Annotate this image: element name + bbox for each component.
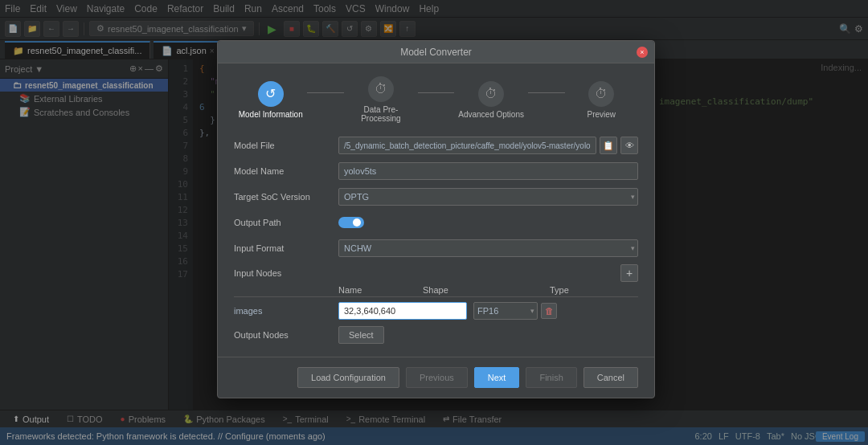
input-format-wrapper: NCHW NHWC ▾ bbox=[338, 239, 638, 257]
node-name-images: images bbox=[234, 306, 338, 316]
input-nodes-section: Input Nodes + Name Shape Type images FP1… bbox=[234, 264, 638, 320]
dialog-close-button[interactable]: × bbox=[637, 47, 648, 58]
input-nodes-label: Input Nodes bbox=[234, 268, 338, 278]
cancel-button[interactable]: Cancel bbox=[583, 367, 638, 388]
step-preprocessing[interactable]: ⏱ Data Pre-Processing bbox=[344, 76, 417, 123]
step4-icon: ⏱ bbox=[588, 81, 614, 107]
node-type-select[interactable]: FP16 FP32 INT8 UINT8 bbox=[473, 302, 538, 320]
model-name-row: Model Name bbox=[234, 161, 638, 181]
input-format-row: Input Format NCHW NHWC ▾ bbox=[234, 239, 638, 258]
target-soc-select[interactable]: OPTG 310 910 bbox=[338, 188, 638, 206]
select-output-button[interactable]: Select bbox=[338, 326, 384, 344]
step-model-info[interactable]: ↺ Model Information bbox=[234, 81, 307, 119]
step-connector1 bbox=[307, 92, 344, 93]
model-file-label: Model File bbox=[234, 141, 338, 150]
input-nodes-header: Input Nodes + bbox=[234, 264, 638, 282]
node-shape-input[interactable] bbox=[338, 302, 467, 320]
step1-label: Model Information bbox=[239, 110, 303, 119]
model-file-eye[interactable]: 👁 bbox=[620, 137, 638, 154]
output-path-label: Output Path bbox=[234, 218, 338, 227]
dialog-footer: Load Configuration Previous Next Finish … bbox=[218, 357, 654, 398]
step3-label: Advanced Options bbox=[458, 110, 524, 119]
model-file-field-group: 📋 👁 bbox=[338, 137, 638, 154]
target-soc-wrapper: OPTG 310 910 ▾ bbox=[338, 188, 638, 206]
model-name-input[interactable] bbox=[338, 162, 638, 180]
target-soc-label: Target SoC Version bbox=[234, 192, 338, 202]
step3-icon: ⏱ bbox=[478, 81, 504, 107]
model-converter-dialog: Model Converter × ↺ Model Information ⏱ … bbox=[217, 40, 655, 398]
output-nodes-row: Output Nodes Select bbox=[234, 326, 638, 344]
col-shape-header: Shape bbox=[423, 285, 550, 295]
input-format-label: Input Format bbox=[234, 243, 338, 253]
nodes-table-header: Name Shape Type bbox=[234, 285, 638, 297]
step4-label: Preview bbox=[588, 110, 616, 119]
wizard-steps: ↺ Model Information ⏱ Data Pre-Processin… bbox=[218, 63, 654, 129]
previous-button[interactable]: Previous bbox=[406, 367, 468, 388]
output-path-toggle[interactable] bbox=[338, 217, 364, 228]
dialog-title: Model Converter bbox=[400, 47, 472, 58]
step-advanced[interactable]: ⏱ Advanced Options bbox=[454, 81, 527, 119]
target-soc-row: Target SoC Version OPTG 310 910 ▾ bbox=[234, 187, 638, 206]
step2-icon: ⏱ bbox=[368, 76, 394, 102]
delete-node-button[interactable]: 🗑 bbox=[541, 303, 557, 319]
add-node-button[interactable]: + bbox=[620, 264, 638, 282]
dialog-title-bar: Model Converter × bbox=[218, 41, 654, 63]
step2-label: Data Pre-Processing bbox=[344, 105, 417, 123]
model-name-label: Model Name bbox=[234, 166, 338, 176]
node-row-0: images FP16 FP32 INT8 UINT8 ▾ 🗑 bbox=[234, 302, 638, 320]
step1-icon: ↺ bbox=[258, 81, 284, 107]
step-connector3 bbox=[528, 92, 565, 93]
step-connector2 bbox=[418, 92, 455, 93]
output-path-row: Output Path bbox=[234, 213, 638, 232]
model-file-row: Model File 📋 👁 bbox=[234, 136, 638, 155]
load-config-button[interactable]: Load Configuration bbox=[297, 367, 399, 388]
dialog-form: Model File 📋 👁 Model Name Target SoC Ver… bbox=[218, 129, 654, 350]
model-file-input[interactable] bbox=[338, 137, 596, 154]
col-name-header: Name bbox=[338, 285, 423, 295]
next-button[interactable]: Next bbox=[474, 367, 520, 388]
step-preview[interactable]: ⏱ Preview bbox=[565, 81, 638, 119]
col-type-header: Type bbox=[550, 285, 638, 295]
input-format-select[interactable]: NCHW NHWC bbox=[338, 239, 638, 257]
node-type-wrapper: FP16 FP32 INT8 UINT8 ▾ bbox=[473, 302, 538, 320]
output-nodes-label: Output Nodes bbox=[234, 330, 338, 340]
finish-button[interactable]: Finish bbox=[526, 367, 576, 388]
model-file-browse[interactable]: 📋 bbox=[600, 137, 617, 154]
